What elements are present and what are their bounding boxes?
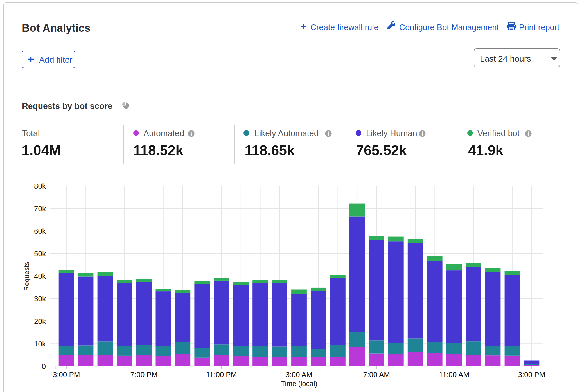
svg-text:20k: 20k [34, 317, 46, 326]
svg-text:0: 0 [42, 362, 46, 371]
svg-text:30k: 30k [34, 294, 46, 303]
svg-text:7:00 PM: 7:00 PM [130, 370, 157, 379]
svg-text:11:00 PM: 11:00 PM [206, 370, 237, 379]
svg-text:60k: 60k [34, 227, 46, 235]
svg-text:40k: 40k [34, 272, 46, 280]
svg-text:80k: 80k [34, 182, 46, 190]
svg-text:50k: 50k [34, 249, 46, 258]
svg-text:3:00 PM: 3:00 PM [518, 370, 545, 379]
svg-text:11:00 AM: 11:00 AM [439, 370, 469, 379]
svg-text:7:00 AM: 7:00 AM [363, 370, 390, 379]
svg-text:3:00 AM: 3:00 AM [286, 370, 312, 379]
svg-text:10k: 10k [34, 340, 46, 348]
svg-text:Time (local): Time (local) [281, 380, 317, 388]
svg-text:Requests: Requests [23, 262, 30, 291]
svg-text:70k: 70k [34, 204, 46, 213]
svg-text:3:00 PM: 3:00 PM [53, 370, 80, 379]
